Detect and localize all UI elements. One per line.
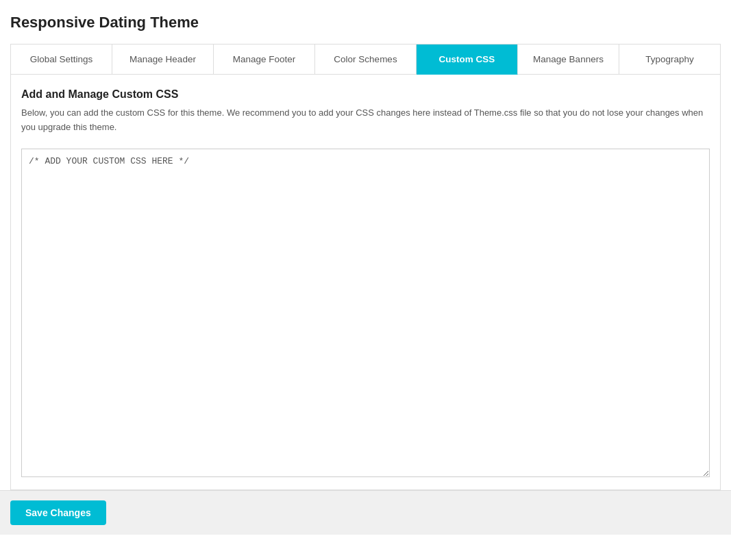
footer-bar: Save Changes bbox=[0, 490, 731, 535]
tab-color-schemes[interactable]: Color Schemes bbox=[315, 44, 417, 75]
tab-global-settings[interactable]: Global Settings bbox=[11, 44, 112, 75]
tab-manage-banners[interactable]: Manage Banners bbox=[518, 44, 619, 75]
tab-manage-header[interactable]: Manage Header bbox=[112, 44, 214, 75]
section-title: Add and Manage Custom CSS bbox=[21, 88, 710, 101]
content-area: Add and Manage Custom CSS Below, you can… bbox=[10, 75, 721, 490]
tab-manage-footer[interactable]: Manage Footer bbox=[214, 44, 315, 75]
section-description: Below, you can add the custom CSS for th… bbox=[21, 106, 710, 135]
save-changes-button[interactable]: Save Changes bbox=[10, 500, 106, 525]
tab-custom-css[interactable]: Custom CSS bbox=[417, 44, 518, 75]
tab-typography[interactable]: Typography bbox=[619, 44, 720, 75]
css-editor[interactable] bbox=[21, 149, 710, 477]
page-title: Responsive Dating Theme bbox=[10, 14, 721, 31]
tabs-bar: Global Settings Manage Header Manage Foo… bbox=[10, 44, 721, 75]
